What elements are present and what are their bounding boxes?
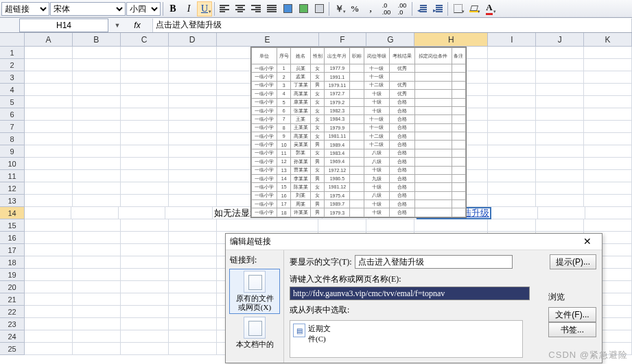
cell-A10[interactable] — [25, 158, 73, 170]
cell-C4[interactable] — [121, 84, 169, 96]
align-center-button[interactable] — [233, 1, 248, 16]
cell-K3[interactable] — [584, 71, 632, 84]
cell-D24[interactable] — [169, 330, 217, 343]
row-header-19[interactable]: 19 — [0, 269, 24, 281]
cell-C21[interactable] — [121, 293, 169, 306]
select-all-corner[interactable] — [0, 33, 25, 47]
font-select[interactable]: 宋体 — [50, 2, 126, 16]
screen-tip-button[interactable]: 提示(P)... — [550, 254, 596, 269]
cell-B23[interactable] — [73, 318, 121, 330]
merge-cells-button[interactable] — [280, 1, 295, 16]
cell-I7[interactable] — [488, 121, 536, 133]
comma-button[interactable]: , — [363, 1, 378, 16]
cell-D11[interactable] — [169, 170, 217, 182]
cell-A1[interactable] — [25, 47, 73, 59]
cell-D21[interactable] — [169, 293, 217, 306]
row-header-13[interactable]: 13 — [0, 195, 24, 207]
cell-J10[interactable] — [536, 158, 584, 170]
bold-button[interactable]: B — [165, 1, 180, 16]
cell-C5[interactable] — [121, 96, 169, 108]
cell-K13[interactable] — [584, 195, 632, 207]
dialog-titlebar[interactable]: 编辑超链接 ✕ — [226, 234, 602, 250]
cell-C12[interactable] — [121, 182, 169, 195]
align-right-button[interactable] — [248, 1, 264, 16]
cell-B12[interactable] — [73, 182, 121, 195]
italic-button[interactable]: I — [181, 1, 196, 16]
cell-format-button[interactable] — [312, 1, 327, 16]
increase-indent-button[interactable]: ▸ — [430, 1, 445, 16]
cell-B22[interactable] — [73, 306, 121, 318]
cell-F15[interactable] — [318, 219, 366, 232]
column-header-K[interactable]: K — [584, 33, 632, 46]
cell-A7[interactable] — [25, 121, 73, 133]
cell-D10[interactable] — [169, 158, 217, 170]
cell-C7[interactable] — [121, 121, 169, 133]
cell-A19[interactable] — [25, 269, 73, 281]
cell-B4[interactable] — [73, 84, 121, 96]
column-header-H[interactable]: H — [414, 33, 488, 46]
row-header-9[interactable]: 9 — [0, 145, 24, 158]
cell-G15[interactable] — [366, 219, 414, 232]
font-size-select[interactable]: 小四 — [126, 2, 161, 16]
cell-C16[interactable] — [121, 232, 169, 244]
cell-B25[interactable] — [73, 343, 121, 355]
cell-J7[interactable] — [536, 121, 584, 133]
cell-C24[interactable] — [121, 330, 169, 343]
bookmark-button[interactable]: 书签... — [548, 322, 596, 337]
cell-B24[interactable] — [73, 330, 121, 343]
cell-J1[interactable] — [536, 47, 584, 59]
cell-D8[interactable] — [169, 133, 217, 145]
cell-K4[interactable] — [584, 84, 632, 96]
cell-B3[interactable] — [73, 71, 121, 84]
cell-C23[interactable] — [121, 318, 169, 330]
link-to-place-in-doc[interactable]: 本文档中的 — [229, 315, 280, 350]
cell-J14[interactable] — [538, 207, 585, 219]
cell-I2[interactable] — [488, 59, 536, 71]
cell-C17[interactable] — [121, 244, 169, 256]
cell-K5[interactable] — [584, 96, 632, 108]
cell-I3[interactable] — [488, 71, 536, 84]
row-header-24[interactable]: 24 — [0, 330, 24, 343]
address-input[interactable] — [290, 287, 530, 300]
align-justify-button[interactable] — [264, 1, 279, 16]
cell-B10[interactable] — [73, 158, 121, 170]
cell-K9[interactable] — [584, 145, 632, 158]
row-header-11[interactable]: 11 — [0, 170, 24, 182]
row-header-10[interactable]: 10 — [0, 158, 24, 170]
cell-H15[interactable] — [414, 219, 488, 232]
formula-input[interactable] — [152, 19, 632, 32]
cell-C19[interactable] — [121, 269, 169, 281]
cell-B2[interactable] — [73, 59, 121, 71]
cell-K11[interactable] — [584, 170, 632, 182]
cell-I6[interactable] — [488, 108, 536, 121]
name-box-dropdown[interactable]: ▼ — [113, 22, 122, 29]
cell-K2[interactable] — [584, 59, 632, 71]
cell-A20[interactable] — [25, 281, 73, 293]
cell-I5[interactable] — [488, 96, 536, 108]
cell-C18[interactable] — [121, 256, 169, 269]
cell-K15[interactable] — [584, 219, 632, 232]
row-header-5[interactable]: 5 — [0, 96, 24, 108]
column-header-C[interactable]: C — [121, 33, 169, 46]
cell-B18[interactable] — [73, 256, 121, 269]
decrease-decimal-button[interactable]: .00.0 — [395, 1, 410, 16]
cell-J11[interactable] — [536, 170, 584, 182]
row-header-8[interactable]: 8 — [0, 133, 24, 145]
increase-decimal-button[interactable]: .0.00 — [379, 1, 394, 16]
cell-C2[interactable] — [121, 59, 169, 71]
cell-A25[interactable] — [25, 343, 73, 355]
cell-I1[interactable] — [488, 47, 536, 59]
cell-A8[interactable] — [25, 133, 73, 145]
cell-J15[interactable] — [536, 219, 584, 232]
cell-K1[interactable] — [584, 47, 632, 59]
cell-C20[interactable] — [121, 281, 169, 293]
cell-D22[interactable] — [169, 306, 217, 318]
row-header-20[interactable]: 20 — [0, 281, 24, 293]
cell-B11[interactable] — [73, 170, 121, 182]
borders-button[interactable]: ▾ — [450, 1, 465, 16]
cell-J9[interactable] — [536, 145, 584, 158]
currency-button[interactable]: ￥▾ — [331, 1, 347, 16]
cell-J13[interactable] — [536, 195, 584, 207]
cell-J8[interactable] — [536, 133, 584, 145]
cell-A5[interactable] — [25, 96, 73, 108]
